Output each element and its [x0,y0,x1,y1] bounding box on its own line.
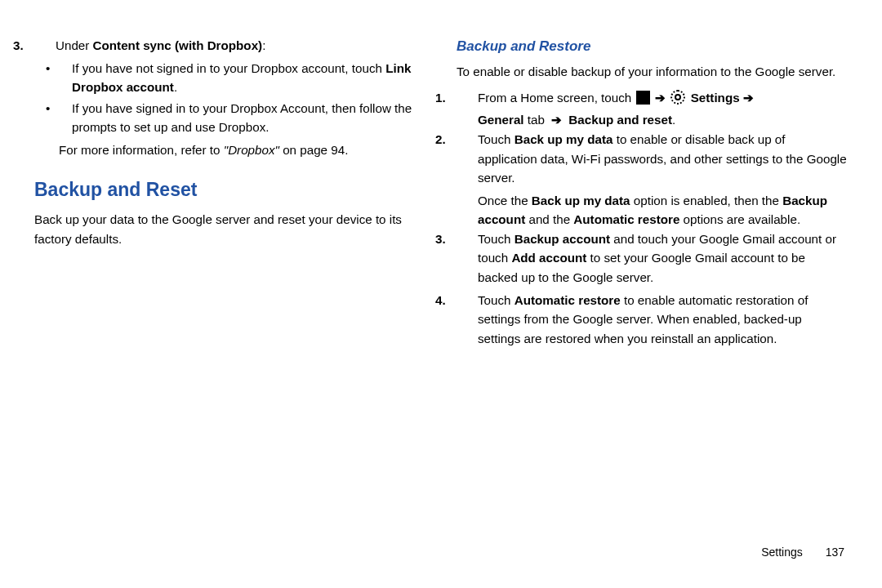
text: option is enabled, then the [630,194,783,207]
text: Touch [478,132,514,146]
backup-reset-intro: Back up your data to the Google server a… [34,210,425,248]
text: Once the [478,194,532,207]
text: From a Home screen, touch [478,91,635,105]
bold-text: Automatic restore [573,212,679,226]
right-step3: 3.Touch Backup account and touch your Go… [457,229,848,287]
right-column: Backup and Restore To enable or disable … [457,36,848,554]
arrow-icon: ➔ [743,91,754,105]
left-step3-sub1: •If you have not signed in to your Dropb… [59,59,425,97]
text: Touch [478,232,514,246]
bullet: • [59,59,72,78]
text: Under [56,38,93,52]
right-step2-p2: Once the Back up my data option is enabl… [478,191,848,229]
gear-icon [670,90,685,105]
left-step3-ref: For more information, refer to "Dropbox"… [59,140,425,160]
heading-backup-and-reset: Backup and Reset [34,176,425,205]
right-step1-line2: General tab ➔ Backup and reset. [478,110,848,130]
bold-text: Content sync (with Dropbox) [93,38,263,52]
text: Touch [478,293,514,307]
backup-restore-intro: To enable or disable backup of your info… [457,62,848,82]
arrow-icon: ➔ [655,91,666,105]
arrow-icon: ➔ [551,113,562,127]
bullet: • [59,99,72,118]
step-number: 4. [457,291,478,310]
step-number: 1. [457,88,478,108]
text: If you have signed in to your Dropbox Ac… [72,101,412,135]
bold-text: Back up my data [514,132,613,146]
italic-text: "Dropbox" [224,143,279,157]
bold-text: Backup account [514,232,610,246]
right-step2: 2.Touch Back up my data to enable or dis… [457,130,848,188]
right-step1: 1.From a Home screen, touch ➔ Settings➔ [457,88,848,108]
text: tab [524,113,549,127]
text: options are available. [679,212,800,226]
text: : [262,38,265,52]
apps-icon [636,91,650,105]
text: . [672,113,675,127]
text: on page 94. [279,143,348,157]
bold-text: Automatic restore [514,293,621,307]
bold-text: Backup and reset [568,113,672,127]
step-number: 2. [457,130,478,149]
step-number: 3. [457,229,478,249]
text: For more information, refer to [59,143,224,157]
text: If you have not signed in to your Dropbo… [72,61,385,75]
text: . [174,80,177,94]
left-step3: 3.Under Content sync (with Dropbox): [34,36,425,56]
left-column: 3.Under Content sync (with Dropbox): •If… [34,36,425,554]
heading-backup-and-restore: Backup and Restore [457,36,848,57]
bold-text: Add account [511,251,586,265]
text: and the [525,212,573,226]
footer-page-number: 137 [826,546,844,559]
page-footer: Settings 137 [761,544,844,562]
bold-text: General [478,113,524,127]
bold-text: Settings [691,91,740,105]
left-step3-sub2: •If you have signed in to your Dropbox A… [59,99,425,137]
footer-section: Settings [761,546,803,559]
bold-text: Back up my data [532,194,630,207]
right-step4: 4.Touch Automatic restore to enable auto… [457,291,848,349]
step-number: 3. [34,36,56,56]
